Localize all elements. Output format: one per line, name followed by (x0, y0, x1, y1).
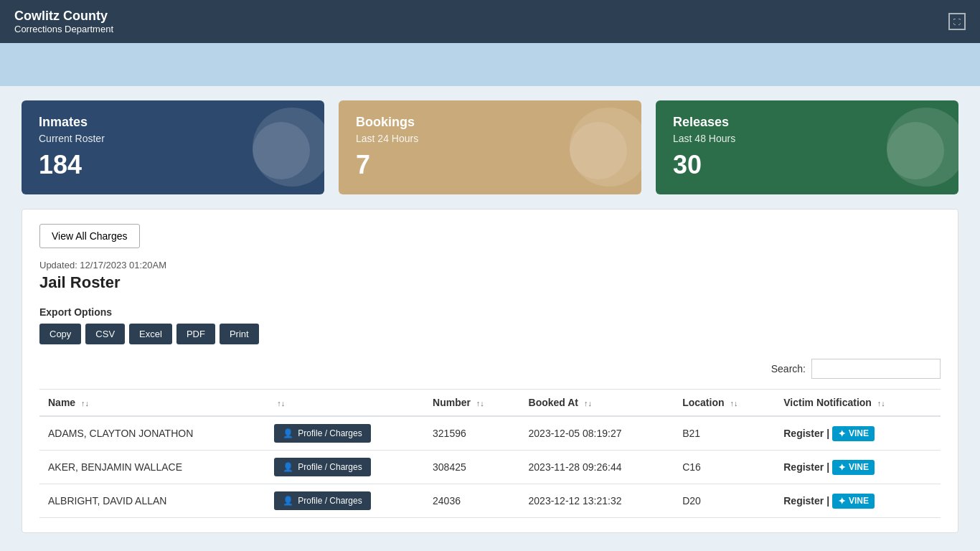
cell-booked-2: 2023-12-12 13:21:32 (520, 484, 674, 518)
sort-number-icon: ↑↓ (476, 399, 484, 408)
sort-profile-icon: ↑↓ (277, 399, 285, 408)
cell-location-0: B21 (674, 416, 775, 451)
profile-charges-button-0[interactable]: 👤 Profile / Charges (274, 424, 370, 443)
stat-card-releases[interactable]: Releases Last 48 Hours 30 (656, 100, 958, 194)
cell-name-2: ALBRIGHT, DAVID ALLAN (39, 484, 265, 518)
export-pdf-button[interactable]: PDF (176, 324, 215, 344)
export-buttons-group: Copy CSV Excel PDF Print (39, 324, 941, 344)
cell-number-0: 321596 (424, 416, 520, 451)
sort-booked-icon: ↑↓ (584, 399, 592, 408)
export-csv-button[interactable]: CSV (85, 324, 125, 344)
table-header-row: Name ↑↓ ↑↓ Number ↑↓ Booked At ↑↓ Locati… (39, 390, 941, 417)
cell-profile-0: 👤 Profile / Charges (265, 416, 424, 451)
cell-booked-1: 2023-11-28 09:26:44 (520, 451, 674, 484)
register-link-1[interactable]: Register | (783, 461, 829, 473)
register-link-0[interactable]: Register | (783, 428, 829, 439)
stat-card-bookings[interactable]: Bookings Last 24 Hours 7 (339, 100, 641, 194)
export-excel-button[interactable]: Excel (129, 324, 172, 344)
profile-charges-button-1[interactable]: 👤 Profile / Charges (274, 458, 370, 476)
updated-timestamp: Updated: 12/17/2023 01:20AM (39, 260, 941, 270)
person-icon-2: 👤 (283, 496, 293, 506)
header-title: Cowlitz County (14, 9, 113, 24)
search-input[interactable] (811, 359, 941, 379)
roster-table: Name ↑↓ ↑↓ Number ↑↓ Booked At ↑↓ Locati… (39, 389, 941, 518)
cell-location-1: C16 (674, 451, 775, 484)
search-bar: Search: (39, 359, 941, 379)
sort-victim-icon: ↑↓ (877, 399, 885, 408)
cell-victim-0: Register | ✦ VINE (775, 416, 941, 451)
vine-icon-0: ✦ (838, 428, 846, 439)
main-content: View All Charges Updated: 12/17/2023 01:… (22, 209, 958, 533)
view-all-charges-button[interactable]: View All Charges (39, 224, 140, 248)
col-booked-at[interactable]: Booked At ↑↓ (520, 390, 674, 417)
top-bar (0, 43, 980, 86)
person-icon-0: 👤 (283, 428, 293, 438)
col-profile[interactable]: ↑↓ (265, 390, 424, 417)
stat-card-inmates[interactable]: Inmates Current Roster 184 (22, 100, 324, 194)
cell-victim-1: Register | ✦ VINE (775, 451, 941, 484)
table-row: ADAMS, CLAYTON JONATHON 👤 Profile / Char… (39, 416, 941, 451)
table-row: ALBRIGHT, DAVID ALLAN 👤 Profile / Charge… (39, 484, 941, 518)
col-number[interactable]: Number ↑↓ (424, 390, 520, 417)
register-link-2[interactable]: Register | (783, 495, 829, 507)
export-label: Export Options (39, 306, 941, 318)
cell-number-1: 308425 (424, 451, 520, 484)
expand-icon[interactable]: ⛶ (948, 13, 966, 30)
cell-name-1: AKER, BENJAMIN WALLACE (39, 451, 265, 484)
cell-profile-1: 👤 Profile / Charges (265, 451, 424, 484)
export-print-button[interactable]: Print (220, 324, 259, 344)
search-label: Search: (771, 363, 806, 375)
vine-icon-1: ✦ (838, 462, 846, 473)
vine-badge-1[interactable]: ✦ VINE (832, 460, 875, 475)
profile-charges-button-2[interactable]: 👤 Profile / Charges (274, 491, 370, 510)
vine-badge-2[interactable]: ✦ VINE (832, 494, 875, 509)
stats-container: Inmates Current Roster 184 Bookings Last… (0, 100, 980, 194)
table-row: AKER, BENJAMIN WALLACE 👤 Profile / Charg… (39, 451, 941, 484)
col-victim-notification[interactable]: Victim Notification ↑↓ (775, 390, 941, 417)
page-title: Jail Roster (39, 273, 941, 292)
cell-victim-2: Register | ✦ VINE (775, 484, 941, 518)
header-subtitle: Corrections Department (14, 24, 113, 34)
cell-location-2: D20 (674, 484, 775, 518)
person-icon-1: 👤 (283, 462, 293, 472)
cell-profile-2: 👤 Profile / Charges (265, 484, 424, 518)
vine-badge-0[interactable]: ✦ VINE (832, 426, 875, 441)
cell-name-0: ADAMS, CLAYTON JONATHON (39, 416, 265, 451)
cell-booked-0: 2023-12-05 08:19:27 (520, 416, 674, 451)
export-copy-button[interactable]: Copy (39, 324, 81, 344)
app-header: Cowlitz County Corrections Department ⛶ (0, 0, 980, 43)
vine-icon-2: ✦ (838, 496, 846, 507)
sort-name-icon: ↑↓ (81, 399, 89, 408)
cell-number-2: 24036 (424, 484, 520, 518)
sort-location-icon: ↑↓ (730, 399, 738, 408)
header-branding: Cowlitz County Corrections Department (14, 9, 113, 34)
col-name[interactable]: Name ↑↓ (39, 390, 265, 417)
col-location[interactable]: Location ↑↓ (674, 390, 775, 417)
